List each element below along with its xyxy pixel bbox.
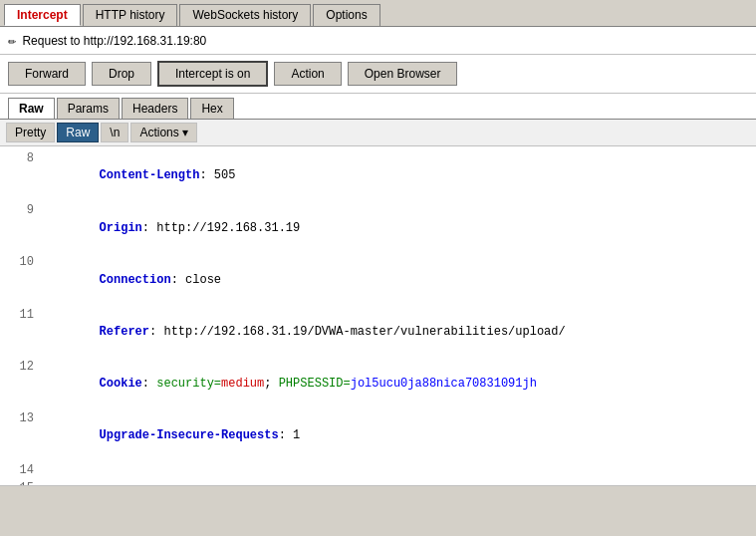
tab-options[interactable]: Options — [313, 4, 379, 26]
code-line-10: 10 Connection: close — [0, 254, 756, 306]
code-content[interactable]: 8 Content-Length: 505 9 Origin: http://1… — [0, 146, 756, 485]
request-url: Request to http://192.168.31.19:80 — [22, 34, 206, 48]
sub-tab-bar: Raw Params Headers Hex — [0, 94, 756, 120]
drop-button[interactable]: Drop — [92, 62, 151, 86]
toolbar: ✏ Request to http://192.168.31.19:80 — [0, 27, 756, 55]
actions-dropdown[interactable]: Actions ▾ — [130, 123, 196, 142]
inner-tab-bar: Pretty Raw \n Actions ▾ — [0, 120, 756, 146]
code-line-8: 8 Content-Length: 505 — [0, 150, 756, 202]
code-line-12: 12 Cookie: security=medium; PHPSESSID=jo… — [0, 359, 756, 410]
tab-intercept[interactable]: Intercept — [4, 4, 81, 26]
open-browser-button[interactable]: Open Browser — [348, 62, 458, 86]
sub-tab-headers[interactable]: Headers — [122, 98, 188, 119]
action-button[interactable]: Action — [274, 62, 341, 86]
forward-button[interactable]: Forward — [8, 62, 86, 86]
sub-tab-hex[interactable]: Hex — [190, 98, 233, 119]
tab-websockets-history[interactable]: WebSockets history — [179, 4, 311, 26]
inner-tab-pretty[interactable]: Pretty — [6, 123, 55, 142]
sub-tab-params[interactable]: Params — [57, 98, 120, 119]
tab-http-history[interactable]: HTTP history — [83, 4, 178, 26]
content-area: Pretty Raw \n Actions ▾ 8 Content-Length… — [0, 120, 756, 486]
intercept-button[interactable]: Intercept is on — [157, 61, 268, 87]
code-line-14: 14 — [0, 462, 756, 480]
code-line-13: 13 Upgrade-Insecure-Requests: 1 — [0, 410, 756, 462]
actions-label: Actions — [139, 126, 178, 139]
chevron-down-icon: ▾ — [182, 126, 188, 139]
code-line-15: 15 ----------------------------164573180… — [0, 480, 756, 485]
inner-tab-raw[interactable]: Raw — [57, 123, 99, 142]
main-tab-bar: Intercept HTTP history WebSockets histor… — [0, 0, 756, 27]
sub-tab-raw[interactable]: Raw — [8, 98, 55, 119]
inner-tab-newline[interactable]: \n — [101, 123, 128, 142]
code-line-9: 9 Origin: http://192.168.31.19 — [0, 202, 756, 254]
pencil-icon: ✏ — [8, 32, 16, 49]
code-line-11: 11 Referer: http://192.168.31.19/DVWA-ma… — [0, 307, 756, 359]
button-row: Forward Drop Intercept is on Action Open… — [0, 55, 756, 94]
